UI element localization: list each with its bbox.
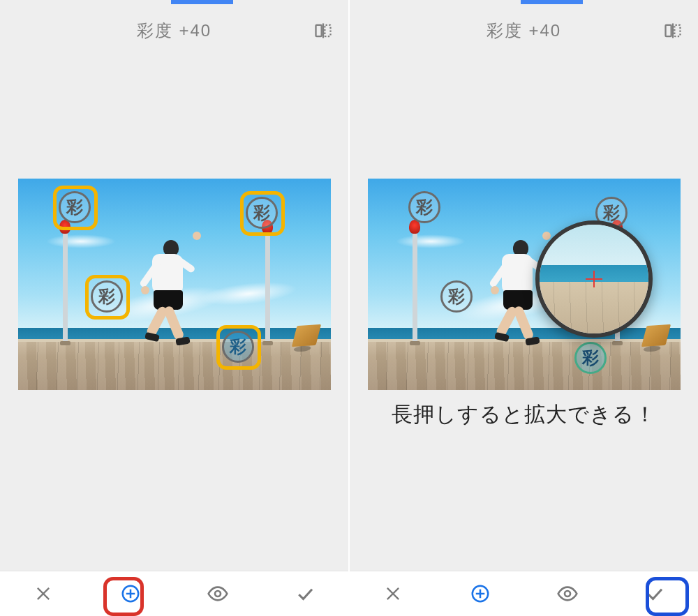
photo-preview[interactable]: 彩 彩 彩 彩 [18,179,331,390]
control-point-marker[interactable]: 彩 [246,197,278,229]
control-point-marker[interactable]: 彩 [91,280,123,313]
add-circle-icon[interactable] [462,578,498,609]
svg-point-17 [565,591,570,596]
adjustment-label: 彩度 +40 [487,20,561,42]
bottom-toolbar [350,571,698,616]
eye-icon[interactable] [200,578,236,609]
check-icon[interactable] [637,578,673,609]
add-circle-icon[interactable] [112,578,149,609]
control-point-marker[interactable]: 彩 [222,331,254,363]
control-point-marker[interactable]: 彩 [408,191,440,223]
svg-rect-9 [666,25,671,36]
eye-icon[interactable] [549,578,586,609]
crosshair-icon [586,271,602,287]
control-point-marker[interactable]: 彩 [440,280,473,313]
compare-icon[interactable] [312,20,334,42]
annotation-text: 長押しすると拡大できる！ [350,400,698,429]
svg-rect-0 [316,25,322,36]
svg-point-8 [215,591,221,596]
close-icon[interactable] [25,578,61,609]
adjustment-label: 彩度 +40 [137,20,211,42]
photo-preview[interactable]: 彩 彩 彩 彩 [368,179,681,390]
canvas-area[interactable]: 彩 彩 彩 彩 長押しすると拡大できる！ [350,57,698,571]
svg-rect-1 [325,25,330,36]
magnifier-loupe[interactable] [535,220,653,338]
svg-rect-10 [674,25,680,36]
control-point-marker[interactable]: 彩 [59,191,91,223]
control-point-marker[interactable]: 彩 [574,342,607,374]
header-bar: 彩度 +40 [0,4,348,57]
check-icon[interactable] [287,578,323,609]
bottom-toolbar [0,571,348,616]
compare-icon[interactable] [662,20,684,42]
header-bar: 彩度 +40 [350,4,698,57]
editor-panel-left: 彩度 +40 [0,0,348,616]
canvas-area[interactable]: 彩 彩 彩 彩 [0,57,348,571]
close-icon[interactable] [375,578,411,609]
editor-panel-right: 彩度 +40 [348,0,698,616]
